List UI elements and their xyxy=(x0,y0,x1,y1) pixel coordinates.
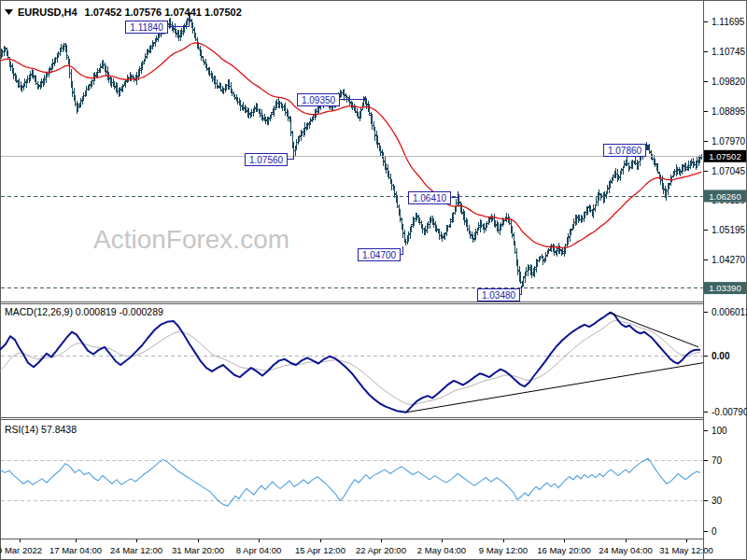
price-axis: 1.116951.107451.098201.088951.079701.070… xyxy=(704,17,747,537)
rsi-tick-label: 0 xyxy=(712,526,717,537)
annotation-text: 1.09350 xyxy=(302,95,336,105)
annotation-connector xyxy=(450,191,458,198)
price-tick-label: 1.05195 xyxy=(712,225,746,235)
annotation-text: 1.07860 xyxy=(608,146,642,156)
mt4-window: ActionForex.com 1.118401.093501.075601.0… xyxy=(0,0,747,560)
time-tick-label: 15 Apr 12:00 xyxy=(295,545,345,555)
level-price-tag: 1.03390 xyxy=(704,282,746,294)
price-tick-label: 1.04270 xyxy=(712,255,746,265)
panel-frame-price xyxy=(1,1,704,302)
macd-tick-label: 0.006012 xyxy=(712,307,747,317)
macd-main-line xyxy=(0,313,700,413)
price-tick-label: 1.07970 xyxy=(712,136,746,147)
chart-quote-ohlc: 1.07452 1.07576 1.07441 1.07502 xyxy=(85,7,242,18)
time-tick-label: 22 Apr 20:00 xyxy=(356,545,406,555)
price-tick-label: 1.08895 xyxy=(712,106,746,117)
price-annotation-1.06410[interactable]: 1.06410 xyxy=(409,191,458,204)
price-panel[interactable]: 1.118401.093501.075601.064101.047001.034… xyxy=(0,12,703,301)
time-tick-label: 24 Mar 12:00 xyxy=(110,545,162,555)
time-tick-label: 24 May 04:00 xyxy=(599,545,653,555)
time-tick-label: 9 May 12:00 xyxy=(479,545,528,555)
rsi-tick-label: 100 xyxy=(712,426,727,436)
macd-trendline-2[interactable] xyxy=(609,313,698,347)
annotation-connector xyxy=(287,154,293,159)
annotation-text: 1.06410 xyxy=(413,193,447,203)
level-price-tag-text: 1.06260 xyxy=(709,191,740,202)
annotation-text: 1.07560 xyxy=(249,155,284,165)
chart-canvas[interactable]: ActionForex.com 1.118401.093501.075601.0… xyxy=(0,0,747,560)
macd-signal-line xyxy=(0,321,700,405)
price-annotation-1.04700[interactable]: 1.04700 xyxy=(359,246,403,261)
symbol-dropdown-icon[interactable] xyxy=(5,9,13,15)
current-price-tag-text: 1.07502 xyxy=(709,151,740,161)
level-price-tag-text: 1.03390 xyxy=(709,283,740,293)
annotation-text: 1.03480 xyxy=(482,290,516,301)
level-price-tag: 1.06260 xyxy=(704,190,746,203)
rsi-indicator-label: RSI(14) 57.8438 xyxy=(5,424,77,435)
time-tick-label: 16 May 20:00 xyxy=(537,545,591,555)
macd-tick-label: -0.007907 xyxy=(712,407,747,417)
current-price-tag: 1.07502 xyxy=(704,150,746,162)
time-tick-label: 8 Apr 04:00 xyxy=(236,545,282,555)
rsi-tick-label: 30 xyxy=(712,496,723,506)
time-tick-label: 31 May 12:00 xyxy=(659,545,713,555)
chart-symbol: EURUSD,H4 xyxy=(18,7,78,18)
price-annotation-1.07860[interactable]: 1.07860 xyxy=(604,145,648,157)
rsi-tick-label: 70 xyxy=(712,455,723,466)
time-tick-label: 9 Mar 2022 xyxy=(0,545,42,555)
panel-frame-rsi xyxy=(1,420,704,539)
time-tick-label: 17 Mar 04:00 xyxy=(49,545,102,555)
macd-indicator-label: MACD(12,26,9) 0.000819 -0.000289 xyxy=(5,306,163,317)
price-tick-label: 1.09820 xyxy=(712,77,746,87)
price-annotation-1.03480[interactable]: 1.03480 xyxy=(478,286,522,301)
annotation-connector xyxy=(339,97,364,100)
watermark: ActionForex.com xyxy=(93,225,289,254)
rsi-line xyxy=(0,458,700,506)
macd-trendline-1[interactable] xyxy=(406,363,703,413)
time-tick-label: 31 Mar 20:00 xyxy=(172,545,224,555)
annotation-text: 1.04700 xyxy=(362,250,397,260)
annotation-text: 1.11840 xyxy=(130,22,163,33)
price-tick-label: 1.07045 xyxy=(712,166,746,176)
time-tick-label: 2 May 04:00 xyxy=(417,545,466,555)
chart-title: EURUSD,H41.07452 1.07576 1.07441 1.07502 xyxy=(18,7,242,18)
time-axis: 9 Mar 202217 Mar 04:0024 Mar 12:0031 Mar… xyxy=(0,539,713,555)
price-tick-label: 1.11695 xyxy=(712,17,745,27)
price-annotation-1.07560[interactable]: 1.07560 xyxy=(246,154,294,166)
rsi-panel[interactable] xyxy=(0,458,703,506)
macd-tick-label: 0.00 xyxy=(712,351,730,361)
price-tick-label: 1.10745 xyxy=(712,47,746,57)
macd-panel[interactable] xyxy=(0,313,703,413)
